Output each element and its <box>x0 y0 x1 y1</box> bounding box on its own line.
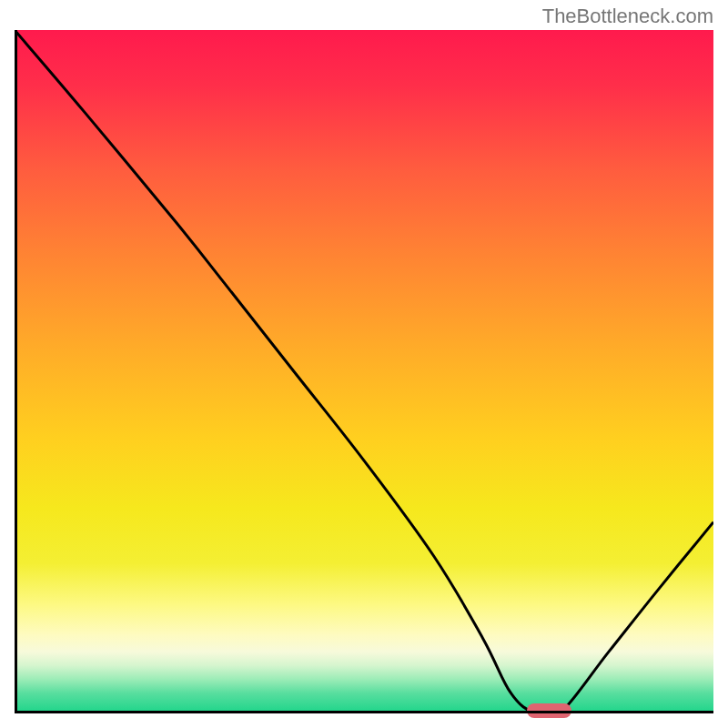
axes-frame <box>15 30 713 713</box>
plot-area <box>15 30 713 713</box>
chart-container: TheBottleneck.com <box>0 0 728 728</box>
attribution-text: TheBottleneck.com <box>542 5 713 28</box>
